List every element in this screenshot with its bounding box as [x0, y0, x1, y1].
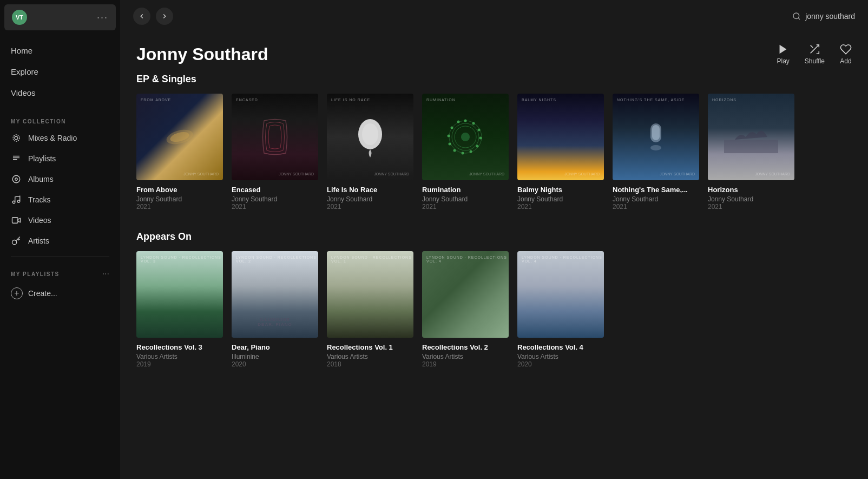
sidebar-item-home[interactable]: Home: [0, 40, 120, 61]
album-card-horizons[interactable]: HORIZONS JONNY SOUTHARD Horizons Jonny S…: [708, 94, 794, 211]
album-card-recollections-4[interactable]: LYNDON SOUND · RECOLLECTIONS VOL. 4 Reco…: [517, 251, 604, 368]
key-icon: [11, 235, 22, 246]
sidebar-item-playlists[interactable]: Playlists: [0, 148, 120, 169]
back-button[interactable]: [133, 8, 150, 25]
svg-point-20: [464, 120, 467, 122]
shuffle-button[interactable]: Shuffle: [805, 43, 825, 65]
album-year: 2020: [517, 360, 604, 368]
album-artist: Illuminine: [232, 353, 318, 360]
album-title: From Above: [136, 186, 223, 194]
sidebar-item-explore[interactable]: Explore: [0, 61, 120, 82]
album-year: 2019: [422, 360, 509, 368]
album-artist: Jonny Southard: [613, 195, 699, 203]
search-area[interactable]: jonny southard: [792, 12, 855, 21]
album-card-recollections-2[interactable]: LYNDON SOUND · RECOLLECTIONS VOL. 4 Reco…: [422, 251, 509, 368]
album-artist: Jonny Southard: [517, 195, 604, 203]
svg-point-29: [448, 135, 450, 137]
appears-on-grid: LYNDON SOUND · RECOLLECTIONS VOL. 3 Reco…: [136, 251, 852, 372]
album-year: 2019: [136, 360, 223, 368]
album-year: 2021: [136, 203, 223, 211]
create-playlist-button[interactable]: + Create...: [0, 283, 120, 304]
svg-point-23: [479, 137, 482, 140]
sidebar: VT ··· Home Explore Videos MY COLLECTION…: [0, 0, 120, 479]
svg-point-7: [12, 201, 15, 204]
svg-point-1: [13, 135, 19, 141]
user-profile[interactable]: VT ···: [4, 4, 116, 30]
add-button[interactable]: Add: [840, 43, 852, 65]
sidebar-item-albums[interactable]: Albums: [0, 169, 120, 189]
sidebar-item-artists[interactable]: Artists: [0, 231, 120, 251]
svg-rect-34: [652, 125, 660, 140]
my-collection-label: MY COLLECTION: [0, 109, 120, 128]
svg-rect-9: [12, 218, 18, 224]
svg-point-16: [362, 123, 378, 145]
sidebar-item-videos2[interactable]: Videos: [0, 210, 120, 231]
appears-on-section: Appears On LYNDON SOUND · RECOLLECTIONS …: [136, 231, 852, 372]
album-card-dear-piano[interactable]: LYNDON SOUND · RECOLLECTIONS VOL. 2 ILLU…: [232, 251, 318, 368]
album-title: Life Is No Race: [327, 186, 413, 194]
album-card-recollections-1[interactable]: LYNDON SOUND · RECOLLECTIONS VOL. 1 Reco…: [327, 251, 413, 368]
svg-point-32: [461, 133, 470, 141]
play-button[interactable]: Play: [777, 43, 790, 65]
album-card-encased[interactable]: ENCASED JONNY SOUTHARD Encased Jonny Sou…: [232, 94, 318, 211]
artist-actions: Play Shuffle Add: [777, 43, 852, 65]
svg-point-10: [12, 240, 17, 245]
album-title: Rumination: [422, 186, 509, 194]
main-nav: Home Explore Videos: [0, 35, 120, 109]
album-title: Nothing's The Same,...: [613, 186, 699, 194]
playlists-menu-dots[interactable]: ···: [102, 269, 109, 279]
disc-icon: [11, 174, 22, 185]
album-title: Encased: [232, 186, 318, 194]
album-art-recollections-1: LYNDON SOUND · RECOLLECTIONS VOL. 1: [327, 251, 413, 338]
album-title: Recollections Vol. 4: [517, 343, 604, 351]
album-art-nothings-same: NOTHING'S THE SAME, ASIDE JONNY SOUTHARD: [613, 94, 699, 180]
search-value: jonny southard: [805, 12, 855, 21]
album-art-recollections-2: LYNDON SOUND · RECOLLECTIONS VOL. 4: [422, 251, 509, 338]
user-profile-left: VT: [12, 10, 27, 25]
album-art-balmy-nights: BALMY NIGHTS JONNY SOUTHARD: [517, 94, 604, 180]
artist-name: Jonny Southard: [136, 44, 268, 64]
svg-point-25: [470, 150, 472, 153]
album-art-dear-piano: LYNDON SOUND · RECOLLECTIONS VOL. 2 ILLU…: [232, 251, 318, 338]
forward-button[interactable]: [156, 8, 173, 25]
album-artist: Various Artists: [327, 353, 413, 360]
artist-header: Jonny Southard Play Shuffle Add: [120, 32, 868, 74]
album-title: Recollections Vol. 1: [327, 343, 413, 351]
album-year: 2021: [517, 203, 604, 211]
album-card-rumination[interactable]: RUMINATION: [422, 94, 509, 211]
album-card-from-above[interactable]: FROM ABOVE JONNY SOUTHARD From Above Jon…: [136, 94, 223, 211]
radio-icon: [11, 133, 22, 143]
album-artist: Various Artists: [136, 353, 223, 360]
svg-point-22: [478, 129, 481, 132]
svg-point-31: [457, 121, 460, 123]
album-card-life-no-race[interactable]: LIFE IS NO RACE JONNY SOUTHARD Life Is N…: [327, 94, 413, 211]
ep-singles-section: EP & Singles FROM ABOVE JONNY SOUTHARD: [136, 74, 852, 215]
sidebar-item-videos[interactable]: Videos: [0, 82, 120, 103]
album-card-balmy-nights[interactable]: BALMY NIGHTS JONNY SOUTHARD Balmy Nights…: [517, 94, 604, 211]
avatar: VT: [12, 10, 27, 25]
search-icon: [792, 12, 801, 21]
album-card-recollections-3[interactable]: LYNDON SOUND · RECOLLECTIONS VOL. 3 Reco…: [136, 251, 223, 368]
sidebar-item-tracks[interactable]: Tracks: [0, 189, 120, 210]
svg-point-8: [17, 200, 20, 203]
album-art-rumination: RUMINATION: [422, 94, 509, 180]
user-menu-dots[interactable]: ···: [97, 12, 108, 23]
svg-rect-36: [724, 140, 778, 153]
album-artist: Various Artists: [422, 353, 509, 360]
album-artist: Jonny Southard: [232, 195, 318, 203]
svg-point-24: [476, 145, 479, 148]
album-year: 2018: [327, 360, 413, 368]
album-artist: Jonny Southard: [327, 195, 413, 203]
sidebar-item-mixes[interactable]: Mixes & Radio: [0, 128, 120, 148]
album-artist: Jonny Southard: [136, 195, 223, 203]
album-art-recollections-4: LYNDON SOUND · RECOLLECTIONS VOL. 4: [517, 251, 604, 338]
album-card-nothings-same[interactable]: NOTHING'S THE SAME, ASIDE JONNY SOUTHARD…: [613, 94, 699, 211]
album-title: Horizons: [708, 186, 794, 194]
video-icon: [11, 215, 22, 226]
album-title: Balmy Nights: [517, 186, 604, 194]
album-year: 2021: [327, 203, 413, 211]
album-artist: Various Artists: [517, 353, 604, 360]
album-title: Dear, Piano: [232, 343, 318, 351]
svg-point-0: [15, 136, 18, 140]
svg-point-27: [453, 149, 456, 152]
